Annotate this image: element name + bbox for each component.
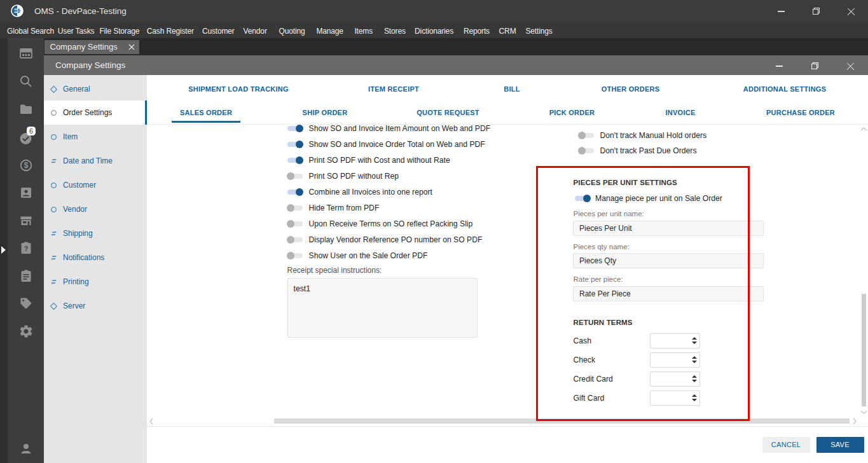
svg-text:$: $: [24, 161, 28, 170]
svg-text:?: ?: [24, 245, 27, 252]
